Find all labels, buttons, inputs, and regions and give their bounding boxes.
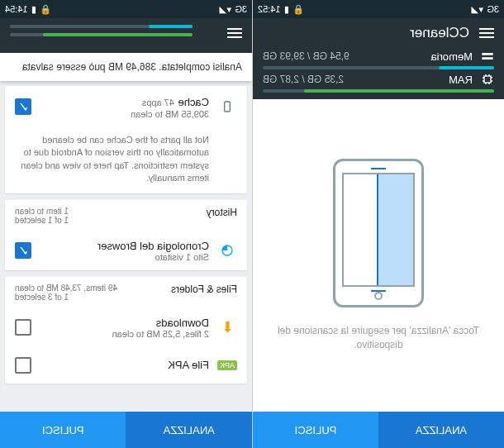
memory-metric: Memoria 9,54 GB / 39,93 GB [263,46,494,66]
status-bar: 3G▾◢ 14:52▮🔒 [253,0,504,18]
history-card: History 1 item to clean1 of 1 selected C… [5,200,247,270]
device-icon [217,97,237,117]
browser-checkbox[interactable]: ✓ [15,242,31,259]
phone-illustration [333,159,424,307]
scan-hint: Tocca 'Analizza' per eseguire la scansio… [269,324,487,352]
history-section: History [207,207,237,225]
bottom-bar: ANALIZZA PULISCI [0,412,252,448]
apk-checkbox[interactable] [15,357,31,374]
apk-icon: APK [217,355,237,375]
app-header-compact [0,18,252,53]
downloads-item[interactable]: ⬇ Downloads 2 files, 5,25 MB to clean [5,308,247,347]
screen-results: 3G▾◢ 14:54▮🔒 Analisi completata. 386,49 … [0,0,252,448]
app-title: CCleaner [410,25,469,41]
browser-icon [217,241,237,260]
svg-rect-0 [484,76,491,83]
files-card: Files & Folders 49 items, 73,48 MB to cl… [5,277,247,384]
cache-checkbox[interactable]: ✓ [15,98,31,115]
analyze-button[interactable]: ANALIZZA [126,412,253,448]
clock: 14:52 [258,4,281,14]
analyze-button[interactable]: ANALIZZA [378,412,504,448]
menu-icon[interactable] [479,28,494,38]
files-section: Files & Folders [171,284,237,302]
browser-history-item[interactable]: Cronologia del Browser Sito 1 visitato ✓ [5,231,247,270]
clock: 14:54 [5,4,28,14]
bottom-bar: ANALIZZA PULISCI [253,412,504,448]
chip-icon [481,73,494,86]
clean-button[interactable]: PULISCI [253,412,378,448]
storage-icon [481,50,494,63]
app-header: CCleaner Memoria 9,54 GB / 39,93 GB RAM … [253,18,504,99]
net-label: 3G [235,4,247,14]
clean-button[interactable]: PULISCI [0,412,126,448]
menu-icon[interactable] [227,28,242,38]
analysis-banner: Analisi completata. 386,49 MB può essere… [0,53,252,81]
net-label: 3G [487,4,499,14]
screen-home: 3G▾◢ 14:52▮🔒 CCleaner Memoria 9,54 GB / … [252,0,504,448]
ram-metric: RAM 2,35 GB / 2,87 GB [263,69,494,89]
cache-note[interactable]: Not all parts of the Cache can be cleane… [5,127,247,193]
cache-title: Cache [178,96,209,108]
download-icon: ⬇ [217,317,237,337]
scan-placeholder: Tocca 'Analizza' per eseguire la scansio… [253,99,504,412]
cache-card[interactable]: Cache 47 apps 309,55 MB to clean ✓ Not a… [5,86,247,193]
apk-item[interactable]: APK File APK [5,347,247,384]
svg-rect-1 [225,102,231,112]
downloads-checkbox[interactable] [15,319,31,336]
results-list[interactable]: Cache 47 apps 309,55 MB to clean ✓ Not a… [0,81,252,412]
cache-sub: 309,55 MB to clean [40,109,209,119]
status-bar: 3G▾◢ 14:54▮🔒 [0,0,252,18]
